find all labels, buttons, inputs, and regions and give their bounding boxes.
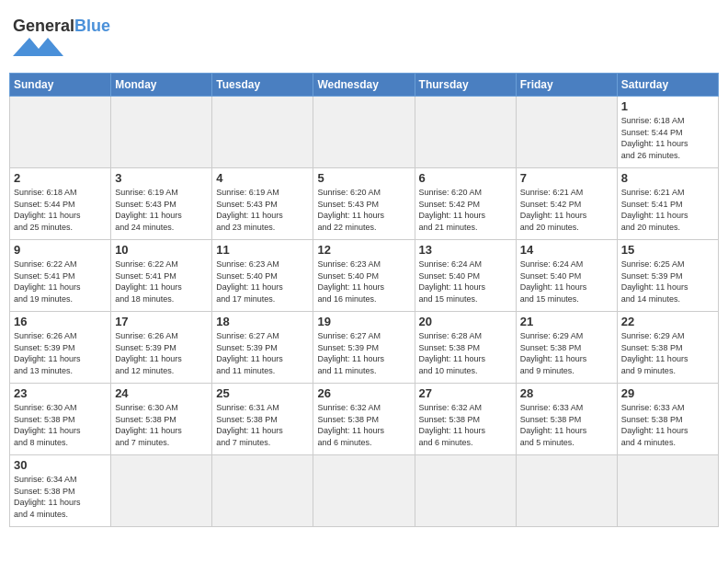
day-info: Sunrise: 6:29 AMSunset: 5:38 PMDaylight:… xyxy=(520,330,613,376)
day-number: 10 xyxy=(115,243,208,257)
day-number: 24 xyxy=(115,386,208,400)
logo-icon xyxy=(13,38,63,58)
day-number: 4 xyxy=(216,171,309,185)
day-cell: 7Sunrise: 6:21 AMSunset: 5:42 PMDaylight… xyxy=(516,168,617,240)
day-cell: 13Sunrise: 6:24 AMSunset: 5:40 PMDayligh… xyxy=(415,240,516,312)
day-number: 8 xyxy=(621,171,714,185)
day-info: Sunrise: 6:28 AMSunset: 5:38 PMDaylight:… xyxy=(419,330,512,376)
day-cell: 3Sunrise: 6:19 AMSunset: 5:43 PMDaylight… xyxy=(111,168,212,240)
day-cell xyxy=(617,455,718,527)
week-row-6: 30Sunrise: 6:34 AMSunset: 5:38 PMDayligh… xyxy=(10,455,719,527)
day-cell: 1Sunrise: 6:18 AMSunset: 5:44 PMDaylight… xyxy=(617,97,718,168)
day-cell: 22Sunrise: 6:29 AMSunset: 5:38 PMDayligh… xyxy=(617,312,718,384)
day-number: 29 xyxy=(621,386,714,400)
day-info: Sunrise: 6:32 AMSunset: 5:38 PMDaylight:… xyxy=(419,402,512,448)
day-number: 9 xyxy=(14,243,107,257)
day-number: 2 xyxy=(14,171,107,185)
day-number: 15 xyxy=(621,243,714,257)
day-number: 16 xyxy=(14,315,107,328)
weekday-wednesday: Wednesday xyxy=(313,74,415,97)
week-row-2: 2Sunrise: 6:18 AMSunset: 5:44 PMDaylight… xyxy=(10,168,719,240)
week-row-1: 1Sunrise: 6:18 AMSunset: 5:44 PMDaylight… xyxy=(10,97,719,168)
day-number: 21 xyxy=(520,315,613,328)
day-cell: 23Sunrise: 6:30 AMSunset: 5:38 PMDayligh… xyxy=(10,384,111,455)
day-number: 3 xyxy=(115,171,208,185)
day-cell xyxy=(111,97,212,168)
day-info: Sunrise: 6:19 AMSunset: 5:43 PMDaylight:… xyxy=(216,187,309,233)
day-info: Sunrise: 6:34 AMSunset: 5:38 PMDaylight:… xyxy=(14,474,107,520)
calendar-table: SundayMondayTuesdayWednesdayThursdayFrid… xyxy=(9,73,719,527)
day-cell xyxy=(415,455,516,527)
day-info: Sunrise: 6:22 AMSunset: 5:41 PMDaylight:… xyxy=(115,259,208,304)
day-cell: 14Sunrise: 6:24 AMSunset: 5:40 PMDayligh… xyxy=(516,240,617,312)
week-row-3: 9Sunrise: 6:22 AMSunset: 5:41 PMDaylight… xyxy=(10,240,719,312)
day-number: 30 xyxy=(14,458,107,472)
day-cell: 8Sunrise: 6:21 AMSunset: 5:41 PMDaylight… xyxy=(617,168,718,240)
day-cell: 15Sunrise: 6:25 AMSunset: 5:39 PMDayligh… xyxy=(617,240,718,312)
day-number: 17 xyxy=(115,315,208,328)
day-info: Sunrise: 6:33 AMSunset: 5:38 PMDaylight:… xyxy=(621,402,714,448)
day-cell: 12Sunrise: 6:23 AMSunset: 5:40 PMDayligh… xyxy=(313,240,415,312)
day-cell: 24Sunrise: 6:30 AMSunset: 5:38 PMDayligh… xyxy=(111,384,212,455)
day-cell: 4Sunrise: 6:19 AMSunset: 5:43 PMDaylight… xyxy=(212,168,313,240)
day-number: 12 xyxy=(317,243,410,257)
day-cell: 30Sunrise: 6:34 AMSunset: 5:38 PMDayligh… xyxy=(10,455,111,527)
weekday-friday: Friday xyxy=(516,74,617,97)
day-number: 26 xyxy=(317,386,410,400)
day-cell xyxy=(313,455,415,527)
day-info: Sunrise: 6:32 AMSunset: 5:38 PMDaylight:… xyxy=(317,402,410,448)
day-cell: 11Sunrise: 6:23 AMSunset: 5:40 PMDayligh… xyxy=(212,240,313,312)
day-number: 14 xyxy=(520,243,613,257)
day-info: Sunrise: 6:25 AMSunset: 5:39 PMDaylight:… xyxy=(621,259,714,304)
day-cell: 21Sunrise: 6:29 AMSunset: 5:38 PMDayligh… xyxy=(516,312,617,384)
day-info: Sunrise: 6:30 AMSunset: 5:38 PMDaylight:… xyxy=(115,402,208,448)
day-cell: 19Sunrise: 6:27 AMSunset: 5:39 PMDayligh… xyxy=(313,312,415,384)
day-cell: 16Sunrise: 6:26 AMSunset: 5:39 PMDayligh… xyxy=(10,312,111,384)
day-number: 13 xyxy=(419,243,512,257)
day-info: Sunrise: 6:24 AMSunset: 5:40 PMDaylight:… xyxy=(419,259,512,304)
day-info: Sunrise: 6:26 AMSunset: 5:39 PMDaylight:… xyxy=(14,330,107,376)
day-info: Sunrise: 6:20 AMSunset: 5:42 PMDaylight:… xyxy=(419,187,512,233)
day-info: Sunrise: 6:30 AMSunset: 5:38 PMDaylight:… xyxy=(14,402,107,448)
day-cell: 2Sunrise: 6:18 AMSunset: 5:44 PMDaylight… xyxy=(10,168,111,240)
day-cell xyxy=(516,455,617,527)
day-number: 22 xyxy=(621,315,714,328)
day-cell: 9Sunrise: 6:22 AMSunset: 5:41 PMDaylight… xyxy=(10,240,111,312)
day-cell: 5Sunrise: 6:20 AMSunset: 5:43 PMDaylight… xyxy=(313,168,415,240)
day-cell: 17Sunrise: 6:26 AMSunset: 5:39 PMDayligh… xyxy=(111,312,212,384)
day-info: Sunrise: 6:26 AMSunset: 5:39 PMDaylight:… xyxy=(115,330,208,376)
logo: General Blue xyxy=(13,17,110,58)
day-cell: 28Sunrise: 6:33 AMSunset: 5:38 PMDayligh… xyxy=(516,384,617,455)
weekday-monday: Monday xyxy=(111,74,212,97)
day-info: Sunrise: 6:27 AMSunset: 5:39 PMDaylight:… xyxy=(216,330,309,376)
day-cell: 27Sunrise: 6:32 AMSunset: 5:38 PMDayligh… xyxy=(415,384,516,455)
day-number: 11 xyxy=(216,243,309,257)
weekday-thursday: Thursday xyxy=(415,74,516,97)
day-cell: 26Sunrise: 6:32 AMSunset: 5:38 PMDayligh… xyxy=(313,384,415,455)
day-number: 20 xyxy=(419,315,512,328)
day-number: 28 xyxy=(520,386,613,400)
day-number: 5 xyxy=(317,171,410,185)
day-cell xyxy=(516,97,617,168)
day-number: 19 xyxy=(317,315,410,328)
day-cell xyxy=(10,97,111,168)
week-row-5: 23Sunrise: 6:30 AMSunset: 5:38 PMDayligh… xyxy=(10,384,719,455)
day-cell xyxy=(212,97,313,168)
day-cell xyxy=(415,97,516,168)
day-number: 6 xyxy=(419,171,512,185)
day-number: 25 xyxy=(216,386,309,400)
weekday-saturday: Saturday xyxy=(617,74,718,97)
day-info: Sunrise: 6:31 AMSunset: 5:38 PMDaylight:… xyxy=(216,402,309,448)
weekday-tuesday: Tuesday xyxy=(212,74,313,97)
day-info: Sunrise: 6:18 AMSunset: 5:44 PMDaylight:… xyxy=(14,187,107,233)
logo-text-blue: Blue xyxy=(74,17,110,36)
week-row-4: 16Sunrise: 6:26 AMSunset: 5:39 PMDayligh… xyxy=(10,312,719,384)
page-header: General Blue xyxy=(9,9,719,65)
day-cell xyxy=(313,97,415,168)
weekday-header-row: SundayMondayTuesdayWednesdayThursdayFrid… xyxy=(10,74,719,97)
day-info: Sunrise: 6:22 AMSunset: 5:41 PMDaylight:… xyxy=(14,259,107,304)
day-cell xyxy=(212,455,313,527)
day-info: Sunrise: 6:27 AMSunset: 5:39 PMDaylight:… xyxy=(317,330,410,376)
day-cell: 25Sunrise: 6:31 AMSunset: 5:38 PMDayligh… xyxy=(212,384,313,455)
day-number: 1 xyxy=(621,99,714,113)
